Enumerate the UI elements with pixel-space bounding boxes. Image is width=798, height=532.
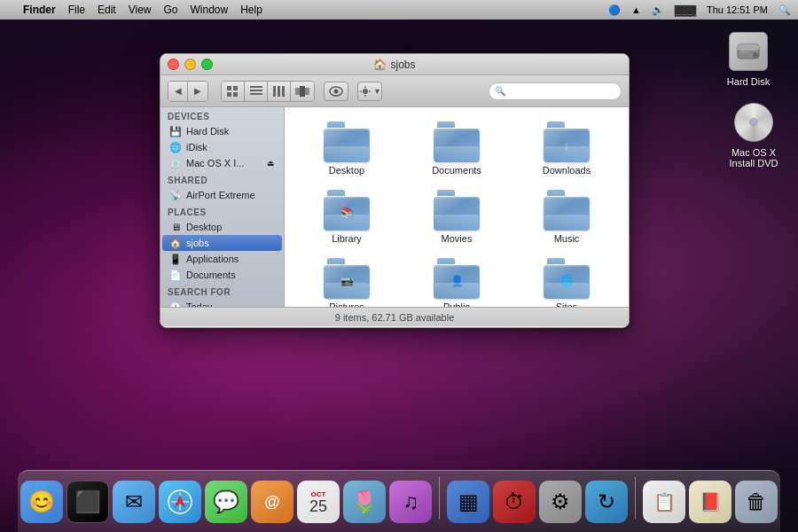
- search-icon: 🔍: [495, 86, 505, 96]
- harddisk-sidebar-icon: 💾: [169, 125, 182, 137]
- statusbar: 9 items, 62.71 GB available: [160, 307, 629, 326]
- dock-spaces[interactable]: ▦: [447, 481, 489, 523]
- menubar-window[interactable]: Window: [191, 4, 229, 16]
- dock-update[interactable]: ↻: [585, 481, 628, 523]
- folder-public-label: Public: [443, 301, 470, 307]
- folder-sheen: [434, 146, 479, 162]
- dock-separator-2: [635, 477, 636, 520]
- folder-sheen: [544, 215, 589, 231]
- sidebar-item-today[interactable]: 🕐 Today: [162, 299, 282, 307]
- svg-rect-3: [740, 51, 749, 53]
- folder-pictures-label: Pictures: [329, 301, 364, 307]
- dock-itunes[interactable]: ♫: [389, 481, 432, 523]
- dock-ichat[interactable]: 💬: [205, 481, 247, 523]
- menubar-edit[interactable]: Edit: [98, 4, 116, 16]
- dvd-icon-shape: [734, 103, 773, 142]
- view-list-button[interactable]: [245, 82, 268, 101]
- svg-rect-1: [738, 44, 759, 51]
- dock-doc2[interactable]: 📕: [689, 481, 732, 523]
- dock-addressbook[interactable]: @: [251, 481, 293, 523]
- clock: Thu 12:51 PM: [707, 4, 768, 15]
- dock-timemachine[interactable]: ⏱: [493, 481, 536, 523]
- sidebar-item-macosx[interactable]: 💿 Mac OS X I... ⏏: [162, 155, 282, 171]
- view-icon-button[interactable]: [222, 82, 245, 101]
- dock-trash[interactable]: 🗑: [735, 481, 778, 523]
- sidebar-item-harddisk[interactable]: 💾 Hard Disk: [162, 123, 282, 139]
- sidebar-item-documents[interactable]: 📄 Documents: [162, 267, 282, 283]
- folder-sheen: [544, 146, 589, 162]
- itunes-app-icon: ♫: [389, 481, 432, 523]
- dock-mail[interactable]: ✉: [113, 481, 155, 523]
- ical-app-icon: OCT 25: [297, 481, 340, 523]
- dock-separator: [439, 477, 440, 520]
- svg-rect-6: [227, 92, 231, 97]
- dashboard-app-icon: ⬛: [66, 481, 109, 523]
- folder-sites[interactable]: Sites: [513, 253, 620, 307]
- folder-desktop[interactable]: Desktop: [293, 116, 400, 181]
- file-area: Desktop Documents Do: [285, 107, 629, 307]
- eject-icon[interactable]: ⏏: [267, 159, 275, 168]
- folder-pictures[interactable]: Pictures: [293, 253, 400, 307]
- addressbook-app-icon: @: [251, 481, 293, 523]
- sidebar-item-airport[interactable]: 📡 AirPort Extreme: [162, 187, 282, 203]
- desktop-sidebar-label: Desktop: [186, 222, 222, 232]
- desktop-icon-harddisk[interactable]: Hard Disk: [716, 27, 780, 90]
- home-icon: 🏠: [373, 59, 387, 71]
- eye-button[interactable]: [324, 82, 348, 101]
- sidebar-item-desktop[interactable]: 🖥 Desktop: [162, 219, 282, 235]
- dock-doc1[interactable]: 📋: [643, 481, 685, 523]
- dock-ical[interactable]: OCT 25: [297, 481, 340, 523]
- folder-downloads-icon: [544, 121, 590, 162]
- sidebar-item-sjobs[interactable]: 🏠 sjobs: [162, 235, 282, 251]
- menubar-finder[interactable]: Finder: [23, 4, 56, 16]
- desktop-icon-dvd[interactable]: Mac OS X Install DVD: [722, 98, 786, 172]
- dock-safari[interactable]: [159, 481, 201, 523]
- svg-rect-10: [250, 93, 262, 95]
- folder-public[interactable]: Public: [403, 253, 510, 307]
- view-coverflow-button[interactable]: [291, 82, 314, 101]
- macosx-sidebar-icon: 💿: [169, 157, 182, 169]
- dock-finder[interactable]: 😊: [20, 481, 63, 523]
- folder-sheen: [325, 283, 369, 299]
- iphoto-app-icon: 🌷: [343, 481, 386, 523]
- dock-sysprefs[interactable]: ⚙: [539, 481, 582, 523]
- forward-button[interactable]: ▶: [188, 82, 207, 101]
- folder-movies[interactable]: Movies: [403, 184, 510, 249]
- folder-desktop-label: Desktop: [329, 165, 364, 176]
- today-icon: 🕐: [169, 301, 182, 307]
- folder-tab: [547, 190, 565, 196]
- svg-point-19: [363, 89, 368, 94]
- folder-documents[interactable]: Documents: [403, 116, 510, 181]
- dock-dashboard[interactable]: ⬛: [66, 481, 109, 523]
- hard-disk-label: Hard Disk: [727, 76, 770, 87]
- folder-downloads[interactable]: Downloads: [513, 116, 620, 181]
- svg-point-2: [753, 52, 758, 58]
- trash-app-icon: 🗑: [735, 481, 778, 523]
- dock-iphoto[interactable]: 🌷: [343, 481, 386, 523]
- folder-library[interactable]: Library: [293, 184, 400, 249]
- back-button[interactable]: ◀: [168, 82, 188, 101]
- maximize-button[interactable]: [201, 59, 213, 70]
- close-button[interactable]: [168, 59, 179, 70]
- spotlight-icon[interactable]: 🔍: [778, 4, 791, 16]
- macosx-label: Mac OS X I...: [186, 158, 244, 168]
- today-label: Today: [186, 301, 212, 307]
- search-box[interactable]: 🔍: [489, 82, 622, 100]
- svg-rect-7: [233, 92, 238, 97]
- minimize-button[interactable]: [184, 59, 196, 70]
- view-column-button[interactable]: [268, 82, 291, 101]
- folder-public-icon: [434, 258, 480, 299]
- folder-tab: [437, 121, 455, 128]
- sidebar-item-applications[interactable]: 📱 Applications: [162, 251, 282, 267]
- folder-music[interactable]: Music: [513, 184, 620, 249]
- sidebar-section-search: SEARCH FOR: [160, 283, 284, 299]
- menubar-view[interactable]: View: [129, 4, 152, 16]
- menubar-file[interactable]: File: [68, 4, 85, 16]
- menubar-help[interactable]: Help: [240, 4, 262, 16]
- sidebar-item-idisk[interactable]: 🌐 iDisk: [162, 139, 282, 155]
- bluetooth-icon: 🔵: [608, 4, 621, 16]
- folder-tab: [327, 121, 345, 128]
- gear-dropdown-arrow: ▼: [373, 87, 381, 96]
- action-button[interactable]: ▼: [357, 82, 382, 101]
- menubar-go[interactable]: Go: [164, 4, 178, 16]
